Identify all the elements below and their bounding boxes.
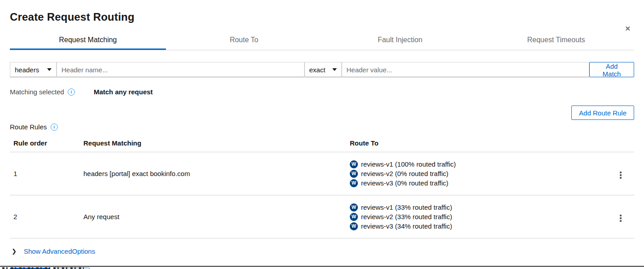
route-rules-table: Rule order Request Matching Route To 1 h… [10, 135, 634, 238]
route-destination-label: reviews-v1 (33% routed traffic) [361, 203, 452, 212]
workload-badge-icon: W [350, 222, 358, 230]
chevron-down-icon [332, 68, 337, 71]
route-destination: Wreviews-v2 (0% routed traffic) [350, 169, 604, 178]
add-match-button[interactable]: Add Match [589, 62, 634, 77]
rule-matching-cell: Any request [80, 195, 346, 238]
matching-selected-row: Matching selected i Match any request [10, 88, 634, 96]
workload-badge-icon: W [350, 170, 358, 178]
info-icon[interactable]: i [51, 123, 58, 131]
tab-request-timeouts[interactable]: Request Timeouts [478, 33, 634, 50]
close-icon[interactable]: ✕ [625, 25, 631, 32]
header-value-input[interactable] [342, 62, 590, 77]
workload-badge-icon: W [350, 179, 358, 187]
add-route-rule-button[interactable]: Add Route Rule [571, 106, 634, 120]
column-header-actions [607, 135, 634, 152]
table-row: 1 headers [portal] exact bookinfo.com Wr… [10, 152, 634, 195]
match-operator-value: exact [309, 66, 326, 74]
show-advanced-options-link[interactable]: Show AdvancedOptions [24, 247, 95, 255]
table-header-row: Rule order Request Matching Route To [10, 135, 634, 152]
matching-selected-value: Match any request [94, 88, 153, 96]
route-destination: Wreviews-v1 (33% routed traffic) [350, 203, 604, 212]
kebab-menu-icon[interactable] [617, 170, 624, 181]
route-rules-body: 1 headers [portal] exact bookinfo.com Wr… [10, 152, 634, 238]
rule-route-to-cell: Wreviews-v1 (100% routed traffic)Wreview… [346, 152, 607, 195]
route-destination-label: reviews-v2 (0% routed traffic) [361, 169, 448, 178]
route-destination-label: reviews-v1 (100% routed traffic) [361, 159, 456, 169]
rule-route-to-cell: Wreviews-v1 (33% routed traffic)Wreviews… [346, 195, 607, 238]
matching-selected-label: Matching selected [10, 88, 64, 96]
header-name-input[interactable] [57, 62, 305, 77]
route-destination: Wreviews-v1 (100% routed traffic) [350, 159, 604, 169]
column-header-rule-order: Rule order [10, 135, 80, 152]
table-row: 2 Any request Wreviews-v1 (33% routed tr… [10, 195, 634, 238]
advanced-options-row: ❯ Show AdvancedOptions [10, 247, 634, 255]
info-icon[interactable]: i [68, 88, 75, 96]
clipped-background-text [2, 267, 84, 269]
chevron-right-icon[interactable]: ❯ [12, 248, 17, 255]
chevron-down-icon [47, 68, 52, 71]
match-operator-select[interactable]: exact [305, 62, 342, 77]
route-destination-label: reviews-v3 (0% routed traffic) [361, 178, 448, 188]
background-page-edge [0, 266, 644, 269]
workload-badge-icon: W [350, 160, 358, 168]
route-destination: Wreviews-v2 (33% routed traffic) [350, 212, 604, 221]
dialog-title: Create Request Routing [10, 11, 634, 23]
tab-route-to[interactable]: Route To [166, 33, 322, 50]
route-rules-label: Route Rules [10, 123, 47, 131]
route-destination-label: reviews-v3 (34% routed traffic) [361, 221, 452, 231]
match-category-select[interactable]: headers [10, 62, 57, 77]
tab-request-matching[interactable]: Request Matching [10, 33, 166, 50]
create-request-routing-dialog: Create Request Routing ✕ Request Matchin… [0, 11, 644, 269]
route-destination: Wreviews-v3 (0% routed traffic) [350, 178, 604, 188]
route-rules-header: Route Rules i [10, 123, 634, 131]
tab-fault-injection[interactable]: Fault Injection [322, 33, 478, 50]
route-destination: Wreviews-v3 (34% routed traffic) [350, 221, 604, 231]
route-destination-label: reviews-v2 (33% routed traffic) [361, 212, 452, 221]
add-route-rule-bar: Add Route Rule [10, 106, 634, 120]
rule-order-cell: 2 [10, 195, 80, 238]
workload-badge-icon: W [350, 203, 358, 212]
column-header-request-matching: Request Matching [80, 135, 346, 152]
rule-order-cell: 1 [10, 152, 80, 195]
column-header-route-to: Route To [346, 135, 607, 152]
rule-matching-cell: headers [portal] exact bookinfo.com [80, 152, 346, 195]
kebab-menu-icon[interactable] [617, 213, 624, 224]
match-category-value: headers [15, 66, 39, 74]
wizard-tabs: Request Matching Route To Fault Injectio… [10, 33, 634, 50]
match-builder-row: headers exact Add Match [10, 62, 634, 77]
workload-badge-icon: W [350, 213, 358, 221]
